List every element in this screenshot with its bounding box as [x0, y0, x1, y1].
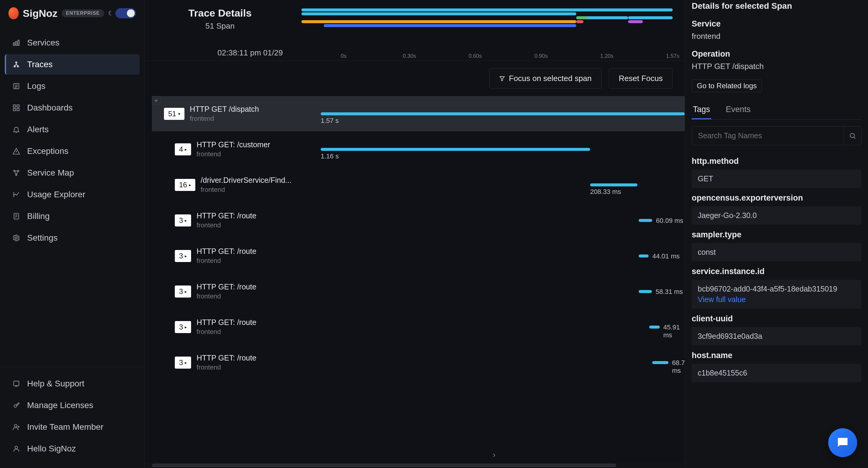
- search-button[interactable]: [844, 126, 861, 145]
- tag-value-box: 3cf9ed6931e0ad3a: [692, 327, 861, 345]
- service-map-icon: [12, 169, 21, 177]
- span-count-chip[interactable]: 3▸: [175, 321, 191, 333]
- span-row[interactable]: 3▸HTTP GET: /routefrontend45.91 ms: [152, 309, 685, 345]
- focus-selected-label: Focus on selected span: [509, 74, 592, 83]
- span-bar[interactable]: [652, 361, 668, 364]
- chevron-right-icon[interactable]: ›: [493, 450, 495, 460]
- time-tick: 1.57s: [666, 53, 679, 59]
- tag-value-box: c1b8e45155c6: [692, 364, 861, 382]
- span-bar[interactable]: [590, 183, 638, 187]
- sidebar-item-dashboards[interactable]: Dashboards: [5, 98, 140, 118]
- span-op-name: HTTP GET: /route: [196, 282, 256, 291]
- span-row[interactable]: 51▾HTTP GET /dispatchfrontend1.57 s: [152, 96, 685, 132]
- span-bar[interactable]: [639, 219, 652, 222]
- sidebar-item-services[interactable]: Services: [5, 33, 140, 53]
- tag-value: bcb96702-add0-43f4-a5f5-18edab315019: [698, 285, 837, 293]
- time-tick: 0.90s: [534, 53, 548, 59]
- theme-switch[interactable]: [116, 8, 136, 19]
- chip-count: 3: [179, 287, 183, 296]
- sidebar-item-alerts[interactable]: Alerts: [5, 119, 140, 140]
- reset-focus-button[interactable]: Reset Focus: [609, 68, 673, 89]
- span-op-name: HTTP GET: /route: [196, 211, 256, 220]
- services-icon: [12, 38, 21, 47]
- span-row[interactable]: 3▸HTTP GET: /routefrontend68.70 ms: [152, 345, 685, 380]
- span-bar[interactable]: [321, 112, 685, 115]
- span-count-chip[interactable]: 3▸: [175, 286, 191, 298]
- tag-name: service.instance.id: [692, 267, 861, 276]
- tag-value-box: Jaeger-Go-2.30.0: [692, 206, 861, 225]
- horizontal-scrollbar[interactable]: [145, 463, 685, 468]
- span-service: frontend: [196, 150, 270, 158]
- sidebar-item-settings[interactable]: Settings: [5, 228, 140, 248]
- sidebar-item-usage-explorer[interactable]: Usage Explorer: [5, 184, 140, 205]
- span-bar[interactable]: [649, 326, 660, 329]
- timestamp: 02:38:11 pm 01/29: [157, 48, 344, 58]
- tab-events[interactable]: Events: [724, 101, 752, 119]
- span-row[interactable]: 16▸/driver.DriverService/Find...frontend…: [152, 167, 685, 203]
- expand-all-button[interactable]: ＋: [152, 96, 160, 104]
- svg-rect-10: [17, 108, 19, 111]
- sidebar-item-help-support[interactable]: Help & Support: [5, 373, 140, 394]
- manage-licenses-icon: [12, 401, 21, 409]
- span-op-name: HTTP GET: /customer: [196, 140, 270, 149]
- trace-minimap[interactable]: [301, 7, 673, 40]
- chevron-right-icon: ▸: [185, 254, 187, 258]
- sidebar-item-logs[interactable]: Logs: [5, 76, 140, 96]
- span-count-chip[interactable]: 3▸: [175, 357, 191, 369]
- span-count-chip[interactable]: 3▸: [175, 214, 191, 227]
- span-bar[interactable]: [639, 255, 649, 258]
- sidebar-item-label: Hello SigNoz: [27, 444, 76, 454]
- chip-count: 4: [179, 145, 183, 154]
- span-op-name: HTTP GET: /route: [196, 247, 256, 256]
- sidebar-item-exceptions[interactable]: Exceptions: [5, 141, 140, 161]
- svg-rect-7: [13, 105, 16, 107]
- time-tick: 0s: [341, 53, 346, 59]
- sidebar-item-label: Manage Licenses: [27, 401, 93, 410]
- sidebar-item-label: Dashboards: [27, 103, 73, 113]
- span-row[interactable]: 3▸HTTP GET: /routefrontend58.31 ms: [152, 274, 685, 309]
- span-count-chip[interactable]: 51▾: [164, 108, 184, 120]
- logs-icon: [12, 82, 21, 90]
- svg-rect-0: [13, 43, 14, 45]
- tab-tags[interactable]: Tags: [692, 101, 711, 119]
- sidebar-item-service-map[interactable]: Service Map: [5, 163, 140, 183]
- chevron-right-icon: ▸: [189, 182, 191, 187]
- svg-point-19: [15, 446, 18, 449]
- search-tag-input[interactable]: [692, 126, 844, 145]
- focus-selected-button[interactable]: Focus on selected span: [489, 68, 601, 89]
- span-row[interactable]: 4▸HTTP GET: /customerfrontend1.16 s: [152, 132, 685, 167]
- dashboards-icon: [12, 104, 21, 112]
- span-count-chip[interactable]: 16▸: [175, 179, 195, 191]
- sidebar-item-invite-team-member[interactable]: Invite Team Member: [5, 417, 140, 437]
- svg-rect-8: [17, 105, 19, 107]
- related-logs-button[interactable]: Go to Related logs: [692, 79, 762, 92]
- tag-name: host.name: [692, 351, 861, 360]
- span-row[interactable]: 3▸HTTP GET: /routefrontend44.01 ms: [152, 238, 685, 274]
- span-duration: 68.70 ms: [672, 359, 685, 375]
- chat-fab[interactable]: [828, 428, 857, 457]
- sidebar-item-label: Services: [27, 38, 59, 47]
- chip-count: 3: [179, 216, 183, 225]
- sidebar-item-billing[interactable]: Billing: [5, 206, 140, 227]
- sidebar-item-hello-signoz[interactable]: Hello SigNoz: [5, 438, 140, 459]
- svg-point-3: [16, 62, 17, 63]
- sidebar-item-traces[interactable]: Traces: [5, 54, 140, 75]
- view-full-value-link[interactable]: View full value: [698, 295, 746, 304]
- span-bar[interactable]: [321, 148, 590, 151]
- span-count-chip[interactable]: 3▸: [175, 250, 191, 262]
- tag-value: Jaeger-Go-2.30.0: [698, 211, 757, 220]
- span-count-chip[interactable]: 4▸: [175, 143, 191, 156]
- service-label: Service: [692, 19, 861, 29]
- span-op-name: HTTP GET /dispatch: [190, 105, 259, 113]
- span-service: frontend: [196, 328, 256, 336]
- moon-icon: ☾: [108, 10, 114, 17]
- usage-explorer-icon: [12, 190, 21, 199]
- sidebar-item-manage-licenses[interactable]: Manage Licenses: [5, 395, 140, 415]
- operation-label: Operation: [692, 49, 861, 59]
- tag-value: 3cf9ed6931e0ad3a: [698, 332, 762, 340]
- span-bar[interactable]: [639, 290, 652, 293]
- span-row[interactable]: 3▸HTTP GET: /routefrontend60.09 ms: [152, 203, 685, 238]
- span-service: frontend: [196, 364, 256, 371]
- time-tick: 1.20s: [600, 53, 614, 59]
- span-duration: 208.33 ms: [590, 188, 621, 196]
